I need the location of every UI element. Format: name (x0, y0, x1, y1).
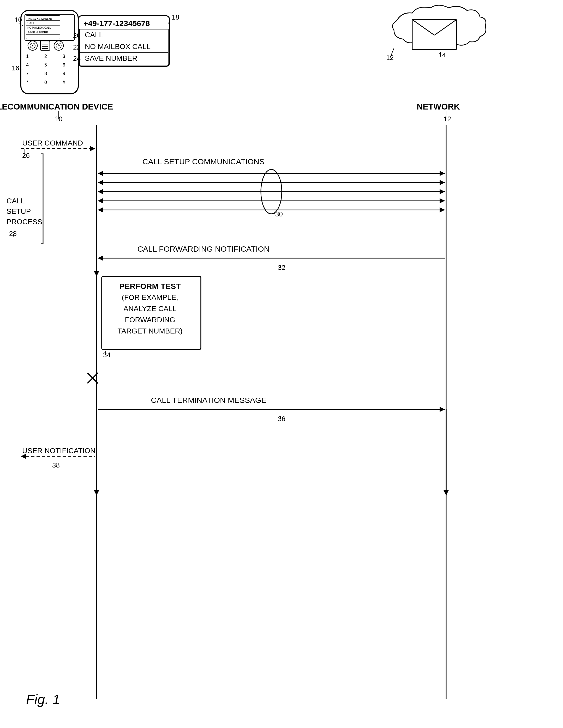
user-command-label: USER COMMAND (22, 139, 83, 147)
svg-point-13 (32, 45, 33, 46)
svg-text:28: 28 (9, 230, 17, 238)
svg-text:FORWARDING: FORWARDING (125, 316, 175, 324)
svg-text:14: 14 (438, 51, 446, 59)
svg-text:3: 3 (63, 54, 65, 59)
svg-text:#: # (63, 80, 65, 85)
svg-text:CALL: CALL (85, 31, 103, 39)
svg-text:24: 24 (73, 54, 81, 62)
svg-text:6: 6 (63, 62, 65, 68)
svg-text:16: 16 (12, 64, 19, 72)
svg-text:9: 9 (63, 71, 65, 76)
svg-text:(FOR EXAMPLE,: (FOR EXAMPLE, (122, 293, 178, 301)
svg-text:30: 30 (275, 210, 283, 218)
svg-text:2: 2 (44, 54, 47, 59)
svg-text:1: 1 (26, 54, 29, 59)
figure-label: Fig. 1 (26, 692, 60, 707)
svg-text:20: 20 (73, 32, 81, 39)
svg-text:34: 34 (103, 351, 111, 359)
svg-text:*: * (26, 80, 28, 85)
svg-text:5: 5 (44, 62, 47, 68)
call-forwarding-notif-label: CALL FORWARDING NOTIFICATION (137, 245, 270, 253)
svg-text:8: 8 (44, 71, 47, 76)
svg-text:+49-177-12345678: +49-177-12345678 (27, 17, 52, 20)
network-label: NETWORK (417, 102, 460, 111)
svg-text:PROCESS: PROCESS (7, 218, 42, 226)
svg-text:12: 12 (444, 115, 451, 123)
svg-text:CALL: CALL (27, 21, 35, 25)
svg-text:18: 18 (172, 13, 179, 21)
svg-text:0: 0 (44, 80, 47, 85)
diagram-container: +49-177-12345678 CALL NO MAILBOX CALL SA… (0, 0, 563, 728)
svg-text:ANALYZE CALL: ANALYZE CALL (123, 305, 176, 313)
svg-text:36: 36 (278, 415, 286, 423)
svg-text:32: 32 (278, 264, 286, 271)
call-termination-label: CALL TERMINATION MESSAGE (151, 396, 266, 404)
call-setup-comms-label: CALL SETUP COMMUNICATIONS (142, 157, 264, 166)
svg-text:TARGET NUMBER): TARGET NUMBER) (117, 327, 182, 335)
svg-text:SAVE NUMBER: SAVE NUMBER (27, 31, 48, 34)
svg-text:NO MAILBOX CALL: NO MAILBOX CALL (85, 43, 150, 51)
svg-text:NO MAILBOX CALL: NO MAILBOX CALL (27, 26, 51, 29)
telecom-device-label: TELECOMMUNICATION DEVICE (0, 102, 113, 111)
svg-text:4: 4 (26, 62, 29, 68)
svg-text:+49-177-12345678: +49-177-12345678 (83, 19, 150, 28)
main-svg: +49-177-12345678 CALL NO MAILBOX CALL SA… (0, 0, 563, 728)
svg-text:SETUP: SETUP (7, 207, 31, 215)
svg-text:10: 10 (14, 16, 22, 24)
svg-text:SAVE NUMBER: SAVE NUMBER (85, 54, 137, 62)
user-notification-label: USER NOTIFICATION (22, 447, 95, 455)
call-setup-process-label: CALL (7, 197, 25, 205)
svg-rect-14 (40, 41, 50, 50)
svg-text:26: 26 (22, 151, 30, 159)
perform-test-label: PERFORM TEST (119, 282, 180, 290)
svg-text:7: 7 (26, 71, 29, 76)
